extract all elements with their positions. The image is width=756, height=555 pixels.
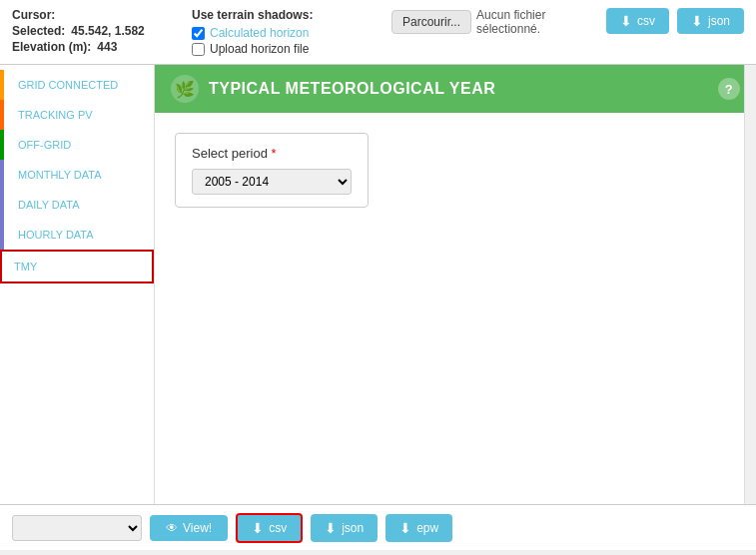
bottom-epw-button[interactable]: ⬇ epw: [385, 514, 452, 542]
bottom-json-button[interactable]: ⬇ json: [311, 514, 378, 542]
bottom-json-label: json: [342, 521, 364, 535]
sidebar-item-monthly-data[interactable]: MONTHLY DATA: [0, 160, 154, 190]
upload-horizon-label: Upload horizon file: [210, 42, 309, 56]
sidebar-item-tracking-pv[interactable]: TRACKING PV: [0, 100, 154, 130]
top-bar: Cursor: Selected: 45.542, 1.582 Elevatio…: [0, 0, 756, 65]
period-box: Select period * 2005 - 2014 2006 - 2015 …: [175, 133, 369, 208]
sidebar-item-hourly-data[interactable]: HOURLY DATA: [0, 220, 154, 250]
eye-icon: 👁: [166, 521, 178, 535]
help-icon[interactable]: ?: [718, 78, 740, 100]
selected-value: 45.542, 1.582: [71, 24, 144, 38]
sidebar-item-tmy[interactable]: TMY: [0, 250, 154, 283]
section-title: TYPICAL METEOROLOGICAL YEAR: [209, 80, 495, 98]
terrain-section: Use terrain shadows: Calculated horizon …: [192, 8, 372, 56]
view-button[interactable]: 👁 View!: [150, 515, 228, 541]
main-area: GRID CONNECTED TRACKING PV OFF-GRID MONT…: [0, 65, 756, 504]
sidebar-item-label-monthly-data: MONTHLY DATA: [18, 169, 102, 181]
top-json-label: json: [708, 14, 730, 28]
view-label: View!: [183, 521, 212, 535]
selected-label: Selected:: [12, 24, 65, 38]
sidebar-item-off-grid[interactable]: OFF-GRID: [0, 130, 154, 160]
bottom-epw-label: epw: [416, 521, 438, 535]
bottom-bar: 👁 View! ⬇ csv ⬇ json ⬇ epw: [0, 504, 756, 550]
bottom-json-download-icon: ⬇: [325, 520, 337, 536]
scrollbar-right[interactable]: [744, 65, 756, 504]
period-required: *: [272, 146, 277, 161]
bottom-epw-download-icon: ⬇: [399, 520, 411, 536]
top-csv-button[interactable]: ⬇ csv: [606, 8, 669, 34]
sidebar-item-grid-connected[interactable]: GRID CONNECTED: [0, 70, 154, 100]
sidebar-item-label-off-grid: OFF-GRID: [18, 139, 71, 151]
sidebar-item-label-hourly-data: HOURLY DATA: [18, 229, 94, 241]
sidebar: GRID CONNECTED TRACKING PV OFF-GRID MONT…: [0, 65, 155, 504]
content-body: Select period * 2005 - 2014 2006 - 2015 …: [155, 113, 756, 228]
leaf-icon: 🌿: [171, 75, 199, 103]
top-json-button[interactable]: ⬇ json: [677, 8, 744, 34]
period-label: Select period *: [192, 146, 352, 161]
top-csv-label: csv: [637, 14, 655, 28]
section-header: 🌿 TYPICAL METEOROLOGICAL YEAR ?: [155, 65, 756, 113]
parcourir-group: Parcourir... Aucun fichier sélectionné.: [391, 8, 566, 36]
no-file-label: Aucun fichier sélectionné.: [476, 8, 566, 36]
sidebar-item-label-daily-data: DAILY DATA: [18, 199, 80, 211]
cursor-section: Cursor: Selected: 45.542, 1.582 Elevatio…: [12, 8, 172, 54]
cursor-label: Cursor:: [12, 8, 172, 22]
sidebar-item-daily-data[interactable]: DAILY DATA: [0, 190, 154, 220]
json-download-icon: ⬇: [691, 13, 703, 29]
calculated-horizon-label: Calculated horizon: [210, 26, 309, 40]
upload-horizon-checkbox[interactable]: [192, 43, 205, 56]
parcourir-button[interactable]: Parcourir...: [391, 10, 471, 34]
sidebar-item-label-tracking-pv: TRACKING PV: [18, 109, 93, 121]
csv-download-icon: ⬇: [620, 13, 632, 29]
elevation-label: Elevation (m):: [12, 40, 91, 54]
bottom-csv-download-icon: ⬇: [252, 520, 264, 536]
elevation-value: 443: [97, 40, 117, 54]
bottom-csv-button[interactable]: ⬇ csv: [236, 513, 303, 543]
top-csv-btn-group: ⬇ csv ⬇ json: [606, 8, 744, 34]
bottom-csv-label: csv: [269, 521, 287, 535]
sidebar-item-label-tmy: TMY: [14, 261, 37, 273]
content-area: 🌿 TYPICAL METEOROLOGICAL YEAR ? Select p…: [155, 65, 756, 504]
calculated-horizon-checkbox[interactable]: [192, 27, 205, 40]
terrain-label: Use terrain shadows:: [192, 8, 372, 22]
sidebar-item-label-grid-connected: GRID CONNECTED: [18, 79, 118, 91]
period-select[interactable]: 2005 - 2014 2006 - 2015 2007 - 2016 1998…: [192, 169, 352, 195]
bottom-select[interactable]: [12, 515, 142, 541]
